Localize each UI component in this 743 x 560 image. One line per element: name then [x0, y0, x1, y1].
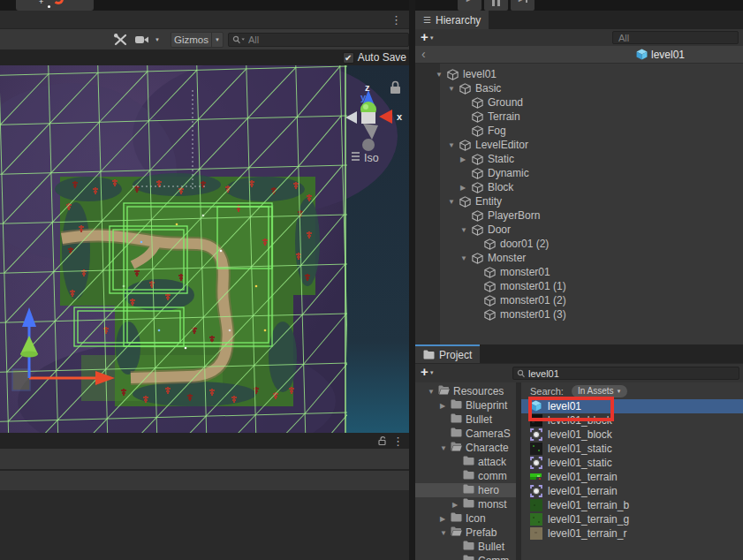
folder-icon	[463, 498, 475, 511]
foldout-down-icon[interactable]: ▼	[436, 71, 447, 79]
hierarchy-tree-row[interactable]: ▼Door	[415, 223, 743, 237]
play-icon: ▶	[458, 0, 481, 3]
result-row[interactable]: level01_terrain	[521, 484, 743, 498]
tab-hierarchy[interactable]: ☰ Hierarchy	[415, 11, 489, 29]
result-row[interactable]: level01_block	[521, 428, 743, 442]
folder-tree-row[interactable]: ▶Blueprint	[415, 398, 516, 412]
camera-view-dropdown[interactable]: ▼	[133, 32, 168, 48]
hierarchy-tree-row[interactable]: monster01	[415, 265, 743, 279]
result-row[interactable]: level01_static	[521, 442, 743, 456]
scene-view-canvas[interactable]: z y x Iso	[0, 65, 409, 433]
back-chevron-icon[interactable]: ‹	[421, 47, 426, 61]
foldout-right-icon[interactable]: ▶	[460, 184, 472, 192]
folder-tree-row[interactable]: Bullet	[415, 540, 516, 554]
hierarchy-tree-row[interactable]: ▼Entity	[415, 194, 743, 208]
auto-save-toggle[interactable]: ✔ Auto Save	[343, 51, 406, 64]
item-label: PlayerBorn	[488, 209, 540, 222]
hierarchy-tree-row[interactable]: ▼level01	[415, 67, 743, 81]
folder-icon	[423, 350, 435, 359]
foldout-down-icon[interactable]: ▼	[440, 444, 451, 452]
hierarchy-tree-row[interactable]: ▼Basic	[415, 81, 743, 95]
project-add-button[interactable]: + ▼	[421, 365, 435, 378]
folder-tree-row[interactable]: ▶monst	[415, 497, 516, 511]
hierarchy-tree-row[interactable]: ▶Block	[415, 180, 743, 194]
hierarchy-add-button[interactable]: + ▼	[421, 30, 435, 43]
hierarchy-tree-row[interactable]: monster01 (2)	[415, 293, 743, 307]
project-search-field[interactable]	[512, 367, 739, 380]
result-row[interactable]: level01_static	[521, 456, 743, 470]
foldout-right-icon[interactable]: ▶	[460, 155, 472, 163]
project-folder-tree: ▼Resources▶BlueprintBulletCameraS▼Charac…	[415, 382, 516, 560]
cube-icon	[472, 97, 484, 109]
hierarchy-tree-row[interactable]: Ground	[415, 95, 743, 110]
tools-icon[interactable]	[112, 33, 129, 49]
hierarchy-tree-row[interactable]: door01 (2)	[415, 237, 743, 251]
folder-tree-row[interactable]: CameraS	[415, 427, 516, 441]
hierarchy-tree-row[interactable]: Dynamic	[415, 166, 743, 180]
pane-menu-icon[interactable]: ⋮	[390, 14, 402, 26]
folder-open-icon	[451, 526, 463, 539]
hierarchy-tree-row[interactable]: monster01 (3)	[415, 307, 743, 322]
hierarchy-search-input[interactable]	[617, 33, 743, 43]
checkbox-checked-icon[interactable]: ✔	[343, 52, 354, 64]
item-label: Blueprint	[466, 399, 507, 412]
folder-open-icon	[451, 442, 463, 454]
hierarchy-tree-row[interactable]: ▼LevelEditor	[415, 138, 743, 152]
top-menu-strip: + ▶ ▶	[0, 0, 743, 11]
hierarchy-tree-row[interactable]: ▼Monster	[415, 251, 743, 265]
foldout-down-icon[interactable]: ▼	[448, 141, 459, 149]
foldout-right-icon[interactable]: ▶	[440, 402, 451, 410]
foldout-right-icon[interactable]: ▶	[452, 501, 463, 509]
folder-tree-row[interactable]: ▼Prefab	[415, 526, 516, 540]
play-button[interactable]: ▶	[458, 0, 481, 11]
bottom-panel-row[interactable]	[0, 471, 409, 490]
result-row[interactable]: level01_terrain_g	[521, 512, 743, 526]
plane-handle[interactable]	[12, 369, 30, 390]
step-button[interactable]: ▶	[511, 0, 535, 11]
foldout-down-icon[interactable]: ▼	[440, 529, 451, 537]
folder-tree-row[interactable]: attack	[415, 455, 516, 469]
pane-splitter[interactable]	[409, 0, 415, 560]
result-row[interactable]: level01_terrain	[521, 470, 743, 484]
hierarchy-tree-row[interactable]: PlayerBorn	[415, 208, 743, 223]
folder-tree-row[interactable]: ▼Characte	[415, 441, 516, 455]
foldout-down-icon[interactable]: ▼	[448, 198, 459, 206]
tab-project[interactable]: Project	[415, 344, 480, 363]
folder-tree-row[interactable]: ▼Resources	[415, 384, 516, 398]
gizmo-center-cube[interactable]	[361, 112, 375, 124]
unlock-icon[interactable]	[377, 435, 388, 446]
hierarchy-tree-row[interactable]: Fog	[415, 124, 743, 138]
texture-green-icon	[530, 513, 542, 526]
project-toolbar: + ▼	[415, 364, 743, 382]
scene-search-input[interactable]	[246, 34, 408, 45]
south-axis-sphere[interactable]	[362, 139, 375, 151]
result-row[interactable]: level01_terrain_b	[521, 498, 743, 512]
foldout-down-icon[interactable]: ▼	[460, 254, 472, 262]
folder-tree-row[interactable]: Bullet	[415, 412, 516, 427]
folder-tree-row[interactable]: hero	[415, 483, 516, 497]
foldout-down-icon[interactable]: ▼	[460, 226, 472, 234]
gizmos-dropdown[interactable]: Gizmos ▼	[171, 32, 224, 48]
foldout-right-icon[interactable]: ▶	[440, 515, 451, 523]
hierarchy-tree-row[interactable]: monster01 (1)	[415, 279, 743, 293]
asset-brackets-icon	[530, 485, 542, 497]
scene-search-field[interactable]	[228, 33, 409, 47]
pause-button[interactable]	[484, 0, 508, 11]
scene-toolbar: ▼ Gizmos ▼	[0, 28, 409, 49]
item-label: monster01	[500, 266, 550, 278]
result-row[interactable]: level01_terrain_r	[521, 526, 743, 541]
bottom-panel-row[interactable]	[0, 449, 409, 469]
pane-menu-icon[interactable]: ⋮	[392, 435, 404, 447]
foldout-down-icon[interactable]: ▼	[428, 388, 438, 396]
version-control-button[interactable]: +	[16, 0, 94, 11]
hierarchy-search-field[interactable]	[612, 31, 739, 44]
folder-tree-row[interactable]: comm	[415, 469, 516, 483]
folder-tree-row[interactable]: ▶Icon	[415, 511, 516, 526]
breadcrumb-item-label[interactable]: level01	[651, 49, 685, 61]
search-scope-dropdown[interactable]: In Assets ▼	[572, 385, 628, 397]
foldout-down-icon[interactable]: ▼	[448, 85, 459, 93]
project-search-input[interactable]	[527, 368, 739, 379]
folder-tree-row[interactable]: Comm	[415, 554, 516, 560]
hierarchy-tree-row[interactable]: Terrain	[415, 110, 743, 124]
hierarchy-tree-row[interactable]: ▶Static	[415, 152, 743, 166]
